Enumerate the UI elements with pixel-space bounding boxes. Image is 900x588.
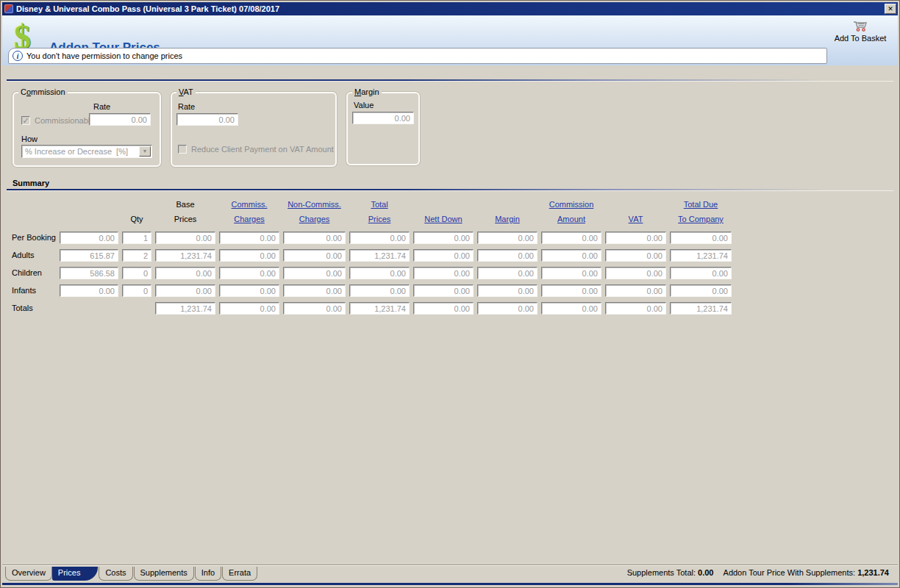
summary-cell-input[interactable] [60,249,118,262]
summary-cell-input[interactable] [413,267,474,279]
tab-costs[interactable]: Costs [99,567,132,581]
summary-cell-input[interactable] [670,284,732,297]
vat-group: VAT Rate Reduce Client Payment on VAT Am… [171,92,337,167]
table-row: Children [12,267,898,279]
summary-cell-input[interactable] [605,284,666,297]
col-header-total-due-to-company[interactable]: Total DueTo Company [670,197,732,226]
summary-cell-input[interactable] [413,302,474,315]
commission-rate-input[interactable] [89,113,151,126]
tab-info[interactable]: Info [195,567,221,581]
summary-cell-input[interactable] [219,232,279,244]
margin-value-label: Value [354,101,374,110]
summary-cell-input[interactable] [541,267,601,279]
summary-divider [7,189,893,191]
tab-supplements[interactable]: Supplements [134,567,194,581]
summary-cell-input[interactable] [60,267,118,279]
col-header-vat[interactable]: VAT [605,197,666,226]
summary-cell-input[interactable] [155,267,215,279]
summary-cell-input[interactable] [122,284,151,297]
reduce-client-payment-checkbox[interactable] [178,145,187,154]
commissionable-checkbox[interactable]: ✓ [21,116,30,125]
summary-cell-input[interactable] [219,249,279,262]
summary-cell-input[interactable] [477,232,538,244]
summary-cell-input[interactable] [349,249,410,262]
vat-rate-input[interactable] [176,113,238,126]
summary-cell-input[interactable] [155,302,215,315]
summary-cell-input[interactable] [670,267,732,279]
tab-prices[interactable]: Prices [52,567,99,581]
col-header-non-commiss-charges[interactable]: Non-Commiss.Charges [283,197,346,226]
summary-cell-input[interactable] [349,232,410,244]
summary-cell-input[interactable] [219,302,279,315]
summary-cell-input[interactable] [605,249,666,262]
add-to-basket-button[interactable]: Add To Basket [829,20,892,43]
summary-cell-input[interactable] [541,232,601,244]
tab-errata[interactable]: Errata [222,567,257,581]
add-to-basket-label: Add To Basket [835,34,887,43]
summary-cell-input[interactable] [60,232,118,244]
summary-header-row: Qty BasePrices Commiss.Charges Non-Commi… [12,197,898,226]
chevron-down-icon[interactable]: ▼ [139,146,151,157]
summary-cell-input[interactable] [670,232,732,244]
col-header-nett-down[interactable]: Nett Down [413,197,474,226]
summary-cell-input[interactable] [283,284,346,297]
summary-cell-input[interactable] [283,232,346,244]
summary-cell-input[interactable] [283,249,346,262]
summary-cell-input[interactable] [477,249,538,262]
col-header-commission-amount[interactable]: CommissionAmount [541,197,601,226]
summary-cell-input[interactable] [670,302,732,315]
summary-cell-input[interactable] [477,267,538,279]
commission-how-dropdown[interactable]: % Increase or Decrease [%] ▼ [21,145,152,158]
commission-how-label: How [21,135,38,143]
summary-cell-input[interactable] [349,302,410,315]
row-label: Totals [12,302,56,315]
summary-cell-input[interactable] [60,284,118,297]
summary-cell-input[interactable] [219,267,279,279]
summary-cell-input[interactable] [541,302,601,315]
summary-cell-input[interactable] [413,284,474,297]
supplements-total-label: Supplements Total: [627,568,696,577]
close-icon[interactable]: ✕ [885,4,896,14]
summary-cell-input[interactable] [283,267,346,279]
vat-rate-label: Rate [178,102,195,111]
col-header-qty: Qty [122,197,151,226]
row-label: Children [12,267,56,279]
summary-cell-input[interactable] [413,249,474,262]
summary-cell-input[interactable] [541,284,601,297]
summary-cell-input[interactable] [122,267,151,279]
summary-cell-input[interactable] [605,302,666,315]
summary-cell-input[interactable] [349,284,410,297]
app-icon [4,4,13,13]
with-supplements-label: Addon Tour Price With Supplements: [724,568,856,577]
summary-cell-input[interactable] [541,249,601,262]
summary-cell-input[interactable] [413,232,474,244]
col-header-commiss-charges[interactable]: Commiss.Charges [219,197,279,226]
col-header-total-prices[interactable]: TotalPrices [349,197,410,226]
summary-cell-input[interactable] [605,232,666,244]
summary-cell-input[interactable] [477,302,538,315]
margin-value-input[interactable] [352,112,414,124]
summary-cell-input[interactable] [605,267,666,279]
summary-label: Summary [12,179,898,187]
row-label: Adults [12,249,56,262]
summary-cell-input[interactable] [219,284,279,297]
summary-cell-input[interactable] [155,284,215,297]
window-title: Disney & Universal Combo Pass (Universal… [16,4,279,13]
summary-cell-input[interactable] [670,249,732,262]
tab-overview[interactable]: Overview [5,567,52,581]
summary-cell-input[interactable] [155,232,215,244]
table-row: Per Booking [12,232,898,244]
with-supplements-value: 1,231.74 [857,568,889,577]
table-row-totals: Totals [12,302,898,315]
col-header-base-prices: BasePrices [155,197,215,226]
summary-cell-input[interactable] [283,302,346,315]
summary-cell-input[interactable] [122,249,151,262]
summary-cell-input[interactable] [349,267,410,279]
commissionable-label: Commissionable [35,116,94,125]
summary-cell-input[interactable] [155,249,215,262]
summary-cell-input[interactable] [477,284,538,297]
col-header-margin[interactable]: Margin [477,197,538,226]
margin-group: Margin Value [346,92,420,165]
summary-cell-input[interactable] [122,232,151,244]
basket-icon [852,20,868,32]
